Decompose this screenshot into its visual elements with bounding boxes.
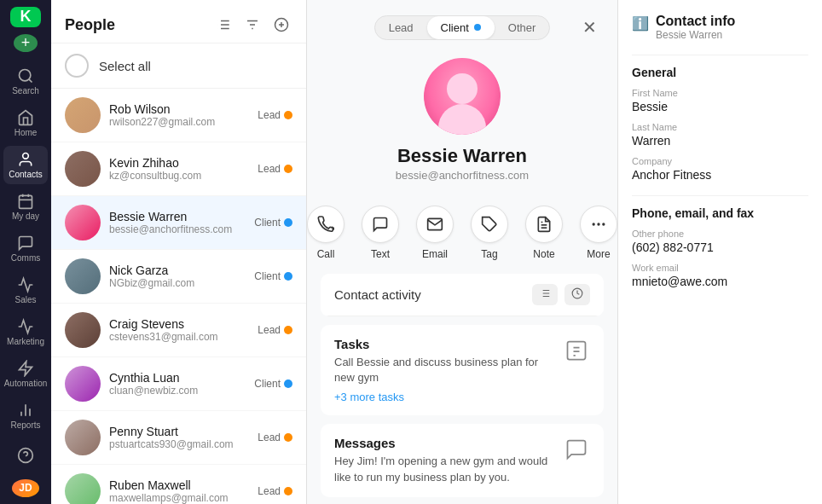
nav-item-search[interactable]: Search — [3, 62, 48, 101]
nav-item-marketing[interactable]: Marketing — [3, 313, 48, 351]
tasks-card: Tasks Call Bessie and discuss business p… — [321, 325, 604, 415]
nav-item-home[interactable]: Home — [3, 104, 48, 142]
right-panel: ℹ️ Contact info Bessie Warren General Fi… — [617, 0, 822, 504]
profile-name: Bessie Warren — [397, 145, 527, 167]
filter-button[interactable] — [241, 14, 263, 36]
sort-button[interactable] — [212, 14, 234, 36]
text-button[interactable]: Text — [362, 206, 399, 260]
contact-avatar — [65, 151, 101, 187]
tab-client[interactable]: Client — [427, 16, 495, 39]
badge-label: Lead — [258, 324, 281, 336]
company-field: Company Anchor Fitness — [632, 156, 808, 182]
nav-item-automation[interactable]: Automation — [3, 355, 48, 393]
activity-title: Contact activity — [334, 287, 421, 302]
contact-item[interactable]: Penny Stuart pstuartcats930@gmail.com Le… — [51, 411, 306, 465]
list-view-button[interactable] — [532, 284, 558, 305]
phone-email-title: Phone, email, and fax — [632, 206, 808, 220]
tasks-icon — [563, 337, 590, 369]
nav-item-myday[interactable]: My day — [3, 188, 48, 226]
profile-section: Bessie Warren bessie@anchorfitness.com — [307, 41, 617, 199]
work-email-value: mnieto@awe.com — [632, 275, 808, 288]
contact-item[interactable]: Bessie Warren bessie@anchorfitness.com C… — [51, 196, 306, 250]
badge-dot — [284, 218, 292, 227]
contact-info: Ruben Maxwell maxwellamps@gmail.com — [109, 478, 249, 504]
select-all-checkbox[interactable] — [65, 54, 89, 78]
profile-avatar — [424, 58, 501, 135]
contact-type-tabs: Lead Client Other — [374, 15, 551, 40]
action-buttons: Call Text Email Tag Note — [307, 199, 617, 274]
other-phone-label: Other phone — [632, 229, 808, 239]
contact-item[interactable]: Kevin Zhihao kz@consultbug.com Lead — [51, 142, 306, 196]
nav-item-reports[interactable]: Reports — [3, 397, 48, 435]
contact-email: kz@consultbug.com — [109, 170, 249, 182]
nav-item-contacts[interactable]: Contacts — [3, 146, 48, 184]
work-email-label: Work email — [632, 263, 808, 273]
contact-info: Craig Stevens cstevens31@gmail.com — [109, 317, 249, 343]
badge-dot — [284, 433, 292, 442]
calendar-view-button[interactable] — [564, 284, 590, 305]
tab-other[interactable]: Other — [495, 16, 550, 39]
nav-label-automation: Automation — [4, 379, 48, 388]
last-name-field: Last Name Warren — [632, 122, 808, 148]
tab-lead[interactable]: Lead — [375, 16, 427, 39]
add-contact-button[interactable] — [270, 14, 292, 36]
messages-description: Hey Jim! I'm opening a new gym and would… — [334, 454, 553, 484]
close-button[interactable]: ✕ — [579, 14, 600, 41]
contact-info-subtitle: Bessie Warren — [656, 29, 735, 41]
call-button[interactable]: Call — [307, 206, 344, 260]
nav-item-help[interactable] — [3, 442, 48, 469]
tag-button[interactable]: Tag — [471, 206, 508, 260]
user-avatar[interactable]: JD — [12, 479, 39, 497]
contact-email: bessie@anchorfitness.com — [109, 223, 246, 235]
contact-info: Nick Garza NGbiz@gmail.com — [109, 264, 246, 289]
contact-avatar — [65, 258, 101, 294]
contact-avatar — [65, 205, 101, 240]
contact-info: Bessie Warren bessie@anchorfitness.com — [109, 210, 246, 235]
more-button[interactable]: More — [580, 206, 617, 260]
note-button[interactable]: Note — [525, 206, 563, 260]
nav-item-comms[interactable]: Comms — [3, 229, 48, 268]
messages-title: Messages — [334, 436, 553, 450]
contact-name: Nick Garza — [109, 264, 246, 277]
contact-avatar — [65, 473, 101, 504]
nav-label-myday: My day — [12, 211, 39, 221]
contact-name: Penny Stuart — [109, 425, 249, 438]
contact-badge: Lead — [258, 163, 292, 175]
select-all-label[interactable]: Select all — [99, 59, 151, 73]
svg-point-28 — [598, 223, 599, 225]
nav-label-comms: Comms — [11, 253, 40, 263]
contact-email: rwilson227@gmail.com — [109, 116, 249, 128]
contact-name: Rob Wilson — [109, 102, 249, 116]
other-phone-field: Other phone (602) 882-0771 — [632, 229, 808, 254]
badge-dot — [284, 111, 292, 119]
contact-item[interactable]: Cynthia Luan cluan@newbiz.com Client — [51, 357, 306, 411]
nav-item-sales[interactable]: Sales — [3, 271, 48, 310]
badge-dot — [284, 487, 292, 495]
add-button[interactable]: + — [14, 34, 38, 52]
badge-label: Client — [254, 270, 281, 282]
svg-point-0 — [20, 69, 31, 80]
contact-badge: Client — [254, 270, 292, 282]
contact-item[interactable]: Craig Stevens cstevens31@gmail.com Lead — [51, 304, 306, 357]
email-button[interactable]: Email — [416, 206, 454, 260]
svg-marker-6 — [20, 361, 32, 375]
badge-label: Lead — [258, 109, 281, 121]
tasks-more-link[interactable]: +3 more tasks — [334, 391, 553, 403]
contact-info-title: Contact info — [656, 14, 735, 29]
activity-section: Contact activity Tasks Call Bessie and d… — [307, 274, 617, 504]
contact-item[interactable]: Ruben Maxwell maxwellamps@gmail.com Lead — [51, 465, 306, 504]
last-name-value: Warren — [632, 134, 808, 148]
contact-email: pstuartcats930@gmail.com — [109, 438, 249, 450]
badge-dot — [284, 379, 292, 388]
contact-badge: Lead — [258, 109, 292, 121]
main-header: Lead Client Other ✕ — [307, 0, 617, 41]
info-icon: ℹ️ — [632, 15, 649, 32]
svg-point-1 — [23, 153, 29, 159]
contact-item[interactable]: Nick Garza NGbiz@gmail.com Client — [51, 250, 306, 304]
svg-rect-37 — [568, 342, 586, 360]
call-label: Call — [317, 248, 335, 260]
company-label: Company — [632, 156, 808, 166]
tasks-title: Tasks — [334, 337, 553, 351]
contact-item[interactable]: Rob Wilson rwilson227@gmail.com Lead — [51, 89, 306, 142]
last-name-label: Last Name — [632, 122, 808, 132]
